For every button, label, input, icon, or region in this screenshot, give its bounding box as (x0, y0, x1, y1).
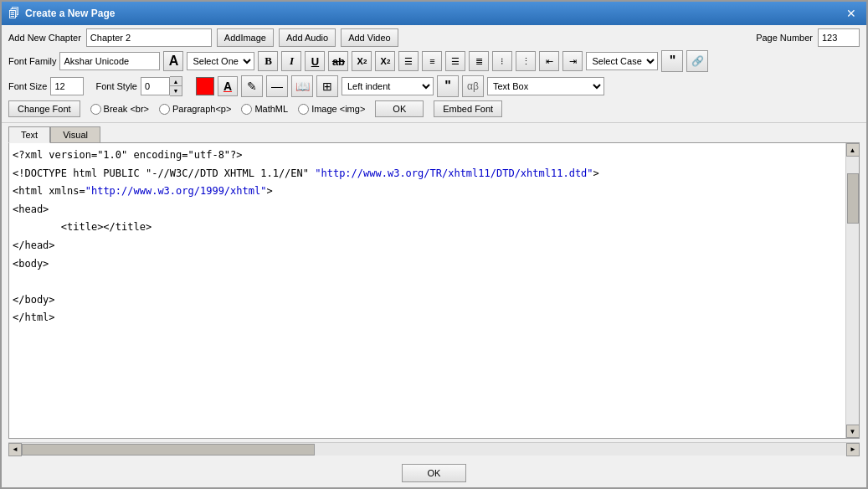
dialog-title: Create a New Page (25, 8, 115, 19)
scroll-thumb-v[interactable] (847, 173, 859, 224)
close-button[interactable]: ✕ (843, 5, 860, 22)
toolbar-row2: Font Family A Select One B I U ab X2 X2 … (8, 50, 860, 72)
indent-right-button[interactable]: ⇥ (562, 51, 583, 71)
break-radio-label: Break <br> (104, 104, 149, 114)
titlebar: 🗐 Create a New Page ✕ (2, 2, 866, 25)
select-one-dropdown[interactable]: Select One (187, 52, 254, 70)
text-box-select[interactable]: Text Box (487, 77, 604, 95)
font-style-label: Font Style (95, 81, 137, 91)
line-10: </html> (13, 309, 842, 327)
pencil-icon-button[interactable]: ✎ (241, 75, 263, 97)
toolbar-row3: Font Size Font Style 0 ▲ ▼ A ✎ — 📖 ⊞ Lef… (8, 75, 860, 97)
break-radio-item: Break <br> (90, 104, 149, 115)
underline-button[interactable]: U (305, 51, 325, 71)
add-image-button[interactable]: AddImage (217, 28, 274, 47)
text-color-a-button[interactable]: A (218, 76, 238, 96)
superscript-button[interactable]: X2 (375, 51, 395, 71)
scroll-thumb-h[interactable] (22, 444, 315, 456)
scroll-track-h (22, 443, 846, 456)
break-radio[interactable] (90, 104, 101, 115)
inline-ok-button[interactable]: OK (375, 100, 424, 117)
line-4: <head> (13, 201, 842, 219)
font-family-input[interactable] (59, 52, 160, 70)
add-video-button[interactable]: Add Video (341, 28, 398, 47)
spinner-down-button[interactable]: ▼ (170, 86, 182, 95)
footer-ok-area: OK (2, 459, 866, 487)
line-9: </body> (13, 291, 842, 310)
quote2-icon-button[interactable]: " (437, 75, 459, 97)
align-justify-button[interactable]: ≣ (469, 51, 489, 71)
align-left-button[interactable]: ☰ (398, 51, 419, 71)
select-case-dropdown[interactable]: Select Case (586, 52, 658, 70)
line-5: <title></title> (13, 219, 842, 237)
font-family-label: Font Family (8, 56, 56, 66)
page-number-label: Page Number (756, 33, 813, 43)
footer-ok-button[interactable]: OK (402, 464, 467, 482)
vertical-scrollbar: ▲ ▼ (845, 143, 859, 438)
subscript-button[interactable]: X2 (352, 51, 372, 71)
radio-group: Break <br> Paragraph<p> MathML Image <im… (90, 104, 366, 115)
scroll-left-arrow[interactable]: ◄ (8, 443, 22, 456)
image-radio-label: Image <img> (311, 104, 365, 114)
strikethrough-button[interactable]: ab (328, 51, 348, 71)
paragraph-radio-label: Paragraph<p> (172, 104, 231, 114)
mathml-radio-label: MathML (254, 104, 288, 114)
scroll-up-arrow[interactable]: ▲ (846, 143, 860, 157)
font-style-spinner: 0 ▲ ▼ (141, 76, 182, 96)
paragraph-radio[interactable] (159, 104, 170, 115)
book-icon-button[interactable]: 📖 (291, 75, 313, 97)
tab-text[interactable]: Text (8, 126, 50, 143)
toolbar-row1: Add New Chapter AddImage Add Audio Add V… (8, 28, 860, 47)
large-a-button[interactable]: A (163, 51, 183, 71)
align-center-button[interactable]: ≡ (422, 51, 442, 71)
tabs-area: Text Visual (2, 123, 866, 142)
line-2: <!DOCTYPE html PUBLIC "-//W3C//DTD XHTML… (13, 165, 842, 183)
align-right-button[interactable]: ☰ (445, 51, 465, 71)
scroll-track-v (846, 157, 859, 425)
line-6: </head> (13, 237, 842, 255)
editor-content: <?xml version="1.0" encoding="utf-8"?> <… (13, 147, 842, 327)
titlebar-left: 🗐 Create a New Page (8, 7, 115, 20)
font-style-arrows: ▲ ▼ (170, 76, 182, 96)
add-new-chapter-label: Add New Chapter (8, 33, 81, 43)
left-indent-select[interactable]: Left indent (342, 77, 434, 95)
grid-icon-button[interactable]: ⊞ (316, 75, 338, 97)
quote-icon-button[interactable]: " (661, 50, 683, 72)
tab-visual[interactable]: Visual (50, 126, 100, 142)
scroll-down-arrow[interactable]: ▼ (846, 425, 860, 438)
image-radio-item: Image <img> (298, 104, 365, 115)
line-3: <html xmlns="http://www.w3.org/1999/xhtm… (13, 183, 842, 201)
font-style-value: 0 (141, 77, 170, 95)
chapter-input[interactable] (86, 28, 212, 47)
editor-main[interactable]: <?xml version="1.0" encoding="utf-8"?> <… (9, 143, 845, 438)
create-page-dialog: 🗐 Create a New Page ✕ Add New Chapter Ad… (0, 0, 868, 489)
indent-left-button[interactable]: ⇤ (539, 51, 559, 71)
toolbar-row4: Change Font Break <br> Paragraph<p> Math… (8, 100, 860, 117)
list-unordered-button[interactable]: ⁝ (492, 51, 512, 71)
toolbar-area: Add New Chapter AddImage Add Audio Add V… (2, 25, 866, 123)
add-audio-button[interactable]: Add Audio (279, 28, 336, 47)
dialog-icon: 🗐 (8, 7, 20, 20)
mathml-radio-item: MathML (241, 104, 288, 115)
font-size-input[interactable] (50, 77, 84, 95)
embed-font-button[interactable]: Embed Font (434, 100, 502, 117)
bold-button[interactable]: B (258, 51, 278, 71)
paragraph-radio-item: Paragraph<p> (159, 104, 231, 115)
horizontal-scrollbar: ◄ ► (8, 442, 860, 456)
line-7: <body> (13, 255, 842, 274)
change-font-button[interactable]: Change Font (8, 100, 80, 117)
scroll-right-arrow[interactable]: ► (846, 443, 860, 456)
editor-container: <?xml version="1.0" encoding="utf-8"?> <… (8, 142, 860, 439)
spinner-up-button[interactable]: ▲ (170, 77, 182, 86)
color-text-icon-button[interactable]: αβ (462, 75, 484, 97)
link-icon-button[interactable]: 🔗 (686, 50, 708, 72)
image-radio[interactable] (298, 104, 309, 115)
line-1: <?xml version="1.0" encoding="utf-8"?> (13, 147, 842, 165)
color-swatch[interactable] (196, 77, 214, 95)
mathml-radio[interactable] (241, 104, 252, 115)
page-number-input[interactable] (818, 28, 860, 47)
minus-icon-button[interactable]: — (266, 75, 288, 97)
italic-button[interactable]: I (281, 51, 301, 71)
font-size-label: Font Size (8, 81, 47, 91)
list-ordered-button[interactable]: ⋮ (516, 51, 536, 71)
